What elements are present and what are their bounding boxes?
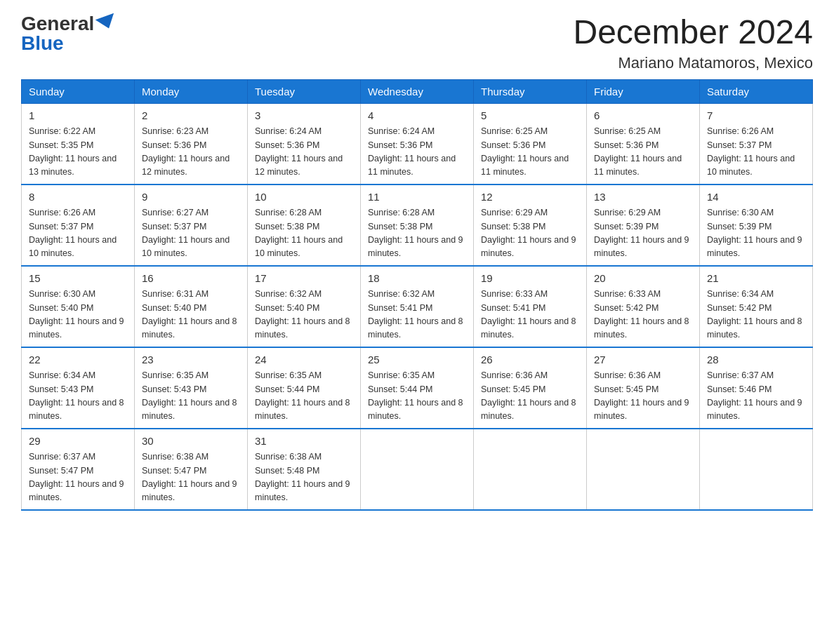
day-cell: 23Sunrise: 6:35 AMSunset: 5:43 PMDayligh… xyxy=(135,347,248,429)
day-cell: 29Sunrise: 6:37 AMSunset: 5:47 PMDayligh… xyxy=(22,429,135,510)
header-day-wednesday: Wednesday xyxy=(361,79,474,103)
day-cell: 9Sunrise: 6:27 AMSunset: 5:37 PMDaylight… xyxy=(135,185,248,266)
day-cell: 12Sunrise: 6:29 AMSunset: 5:38 PMDayligh… xyxy=(474,185,587,266)
day-number: 9 xyxy=(142,189,240,206)
day-info: Sunrise: 6:24 AMSunset: 5:36 PMDaylight:… xyxy=(368,126,456,177)
day-cell xyxy=(700,429,813,510)
day-info: Sunrise: 6:32 AMSunset: 5:41 PMDaylight:… xyxy=(368,289,463,340)
day-cell: 28Sunrise: 6:37 AMSunset: 5:46 PMDayligh… xyxy=(700,347,813,429)
day-number: 21 xyxy=(707,271,805,287)
day-cell: 13Sunrise: 6:29 AMSunset: 5:39 PMDayligh… xyxy=(587,185,700,266)
day-info: Sunrise: 6:36 AMSunset: 5:45 PMDaylight:… xyxy=(594,370,689,421)
day-number: 17 xyxy=(255,271,353,287)
day-number: 23 xyxy=(142,352,240,368)
day-cell: 22Sunrise: 6:34 AMSunset: 5:43 PMDayligh… xyxy=(22,347,135,429)
day-info: Sunrise: 6:37 AMSunset: 5:46 PMDaylight:… xyxy=(707,370,802,421)
day-cell: 4Sunrise: 6:24 AMSunset: 5:36 PMDaylight… xyxy=(361,103,474,185)
day-cell: 31Sunrise: 6:38 AMSunset: 5:48 PMDayligh… xyxy=(248,429,361,510)
day-number: 24 xyxy=(255,352,353,368)
day-number: 14 xyxy=(707,189,805,206)
day-info: Sunrise: 6:34 AMSunset: 5:43 PMDaylight:… xyxy=(29,370,124,421)
day-cell: 8Sunrise: 6:26 AMSunset: 5:37 PMDaylight… xyxy=(22,185,135,266)
day-cell: 21Sunrise: 6:34 AMSunset: 5:42 PMDayligh… xyxy=(700,266,813,347)
header-day-sunday: Sunday xyxy=(22,79,135,103)
day-cell xyxy=(474,429,587,510)
day-cell: 14Sunrise: 6:30 AMSunset: 5:39 PMDayligh… xyxy=(700,185,813,266)
day-info: Sunrise: 6:34 AMSunset: 5:42 PMDaylight:… xyxy=(707,289,802,340)
day-cell: 17Sunrise: 6:32 AMSunset: 5:40 PMDayligh… xyxy=(248,266,361,347)
day-info: Sunrise: 6:31 AMSunset: 5:40 PMDaylight:… xyxy=(142,289,237,340)
day-info: Sunrise: 6:23 AMSunset: 5:36 PMDaylight:… xyxy=(142,126,230,177)
day-cell: 10Sunrise: 6:28 AMSunset: 5:38 PMDayligh… xyxy=(248,185,361,266)
day-number: 20 xyxy=(594,271,692,287)
day-info: Sunrise: 6:36 AMSunset: 5:45 PMDaylight:… xyxy=(481,370,576,421)
day-number: 18 xyxy=(368,271,466,287)
day-number: 30 xyxy=(142,434,240,450)
day-number: 5 xyxy=(481,108,579,124)
day-info: Sunrise: 6:26 AMSunset: 5:37 PMDaylight:… xyxy=(29,208,117,258)
day-info: Sunrise: 6:38 AMSunset: 5:48 PMDaylight:… xyxy=(255,452,350,502)
day-number: 3 xyxy=(255,108,353,124)
day-info: Sunrise: 6:25 AMSunset: 5:36 PMDaylight:… xyxy=(481,126,569,177)
day-cell: 24Sunrise: 6:35 AMSunset: 5:44 PMDayligh… xyxy=(248,347,361,429)
day-cell: 7Sunrise: 6:26 AMSunset: 5:37 PMDaylight… xyxy=(700,103,813,185)
logo-triangle-icon xyxy=(95,13,118,32)
day-number: 10 xyxy=(255,189,353,206)
header-day-tuesday: Tuesday xyxy=(248,79,361,103)
week-row-1: 1Sunrise: 6:22 AMSunset: 5:35 PMDaylight… xyxy=(22,103,813,185)
month-title: December 2024 xyxy=(573,14,813,51)
day-info: Sunrise: 6:30 AMSunset: 5:40 PMDaylight:… xyxy=(29,289,124,340)
location-title: Mariano Matamoros, Mexico xyxy=(573,54,813,72)
day-number: 22 xyxy=(29,352,127,368)
day-info: Sunrise: 6:30 AMSunset: 5:39 PMDaylight:… xyxy=(707,208,802,258)
logo-blue: Blue xyxy=(21,34,64,53)
day-number: 19 xyxy=(481,271,579,287)
day-info: Sunrise: 6:24 AMSunset: 5:36 PMDaylight:… xyxy=(255,126,343,177)
calendar-table: SundayMondayTuesdayWednesdayThursdayFrid… xyxy=(21,79,813,511)
header-day-thursday: Thursday xyxy=(474,79,587,103)
day-info: Sunrise: 6:28 AMSunset: 5:38 PMDaylight:… xyxy=(368,208,463,258)
header-day-saturday: Saturday xyxy=(700,79,813,103)
day-info: Sunrise: 6:35 AMSunset: 5:44 PMDaylight:… xyxy=(368,370,463,421)
day-cell: 25Sunrise: 6:35 AMSunset: 5:44 PMDayligh… xyxy=(361,347,474,429)
week-row-3: 15Sunrise: 6:30 AMSunset: 5:40 PMDayligh… xyxy=(22,266,813,347)
page-header: General Blue December 2024 Mariano Matam… xyxy=(21,14,813,72)
header-day-monday: Monday xyxy=(135,79,248,103)
day-info: Sunrise: 6:33 AMSunset: 5:42 PMDaylight:… xyxy=(594,289,689,340)
day-cell: 27Sunrise: 6:36 AMSunset: 5:45 PMDayligh… xyxy=(587,347,700,429)
day-number: 16 xyxy=(142,271,240,287)
day-number: 1 xyxy=(29,108,127,124)
day-number: 27 xyxy=(594,352,692,368)
week-row-4: 22Sunrise: 6:34 AMSunset: 5:43 PMDayligh… xyxy=(22,347,813,429)
day-number: 13 xyxy=(594,189,692,206)
day-cell: 20Sunrise: 6:33 AMSunset: 5:42 PMDayligh… xyxy=(587,266,700,347)
day-info: Sunrise: 6:22 AMSunset: 5:35 PMDaylight:… xyxy=(29,126,117,177)
day-number: 15 xyxy=(29,271,127,287)
day-info: Sunrise: 6:29 AMSunset: 5:38 PMDaylight:… xyxy=(481,208,576,258)
day-info: Sunrise: 6:35 AMSunset: 5:44 PMDaylight:… xyxy=(255,370,350,421)
week-row-5: 29Sunrise: 6:37 AMSunset: 5:47 PMDayligh… xyxy=(22,429,813,510)
day-cell xyxy=(361,429,474,510)
day-number: 8 xyxy=(29,189,127,206)
day-info: Sunrise: 6:28 AMSunset: 5:38 PMDaylight:… xyxy=(255,208,343,258)
day-cell: 18Sunrise: 6:32 AMSunset: 5:41 PMDayligh… xyxy=(361,266,474,347)
day-cell: 26Sunrise: 6:36 AMSunset: 5:45 PMDayligh… xyxy=(474,347,587,429)
day-number: 29 xyxy=(29,434,127,450)
day-info: Sunrise: 6:33 AMSunset: 5:41 PMDaylight:… xyxy=(481,289,576,340)
day-number: 28 xyxy=(707,352,805,368)
day-info: Sunrise: 6:25 AMSunset: 5:36 PMDaylight:… xyxy=(594,126,682,177)
day-cell: 2Sunrise: 6:23 AMSunset: 5:36 PMDaylight… xyxy=(135,103,248,185)
day-info: Sunrise: 6:26 AMSunset: 5:37 PMDaylight:… xyxy=(707,126,795,177)
day-cell: 11Sunrise: 6:28 AMSunset: 5:38 PMDayligh… xyxy=(361,185,474,266)
day-number: 31 xyxy=(255,434,353,450)
day-cell: 6Sunrise: 6:25 AMSunset: 5:36 PMDaylight… xyxy=(587,103,700,185)
day-number: 2 xyxy=(142,108,240,124)
day-number: 4 xyxy=(368,108,466,124)
day-cell xyxy=(587,429,700,510)
day-cell: 5Sunrise: 6:25 AMSunset: 5:36 PMDaylight… xyxy=(474,103,587,185)
day-info: Sunrise: 6:27 AMSunset: 5:37 PMDaylight:… xyxy=(142,208,230,258)
day-info: Sunrise: 6:32 AMSunset: 5:40 PMDaylight:… xyxy=(255,289,350,340)
day-cell: 30Sunrise: 6:38 AMSunset: 5:47 PMDayligh… xyxy=(135,429,248,510)
header-day-friday: Friday xyxy=(587,79,700,103)
day-info: Sunrise: 6:35 AMSunset: 5:43 PMDaylight:… xyxy=(142,370,237,421)
